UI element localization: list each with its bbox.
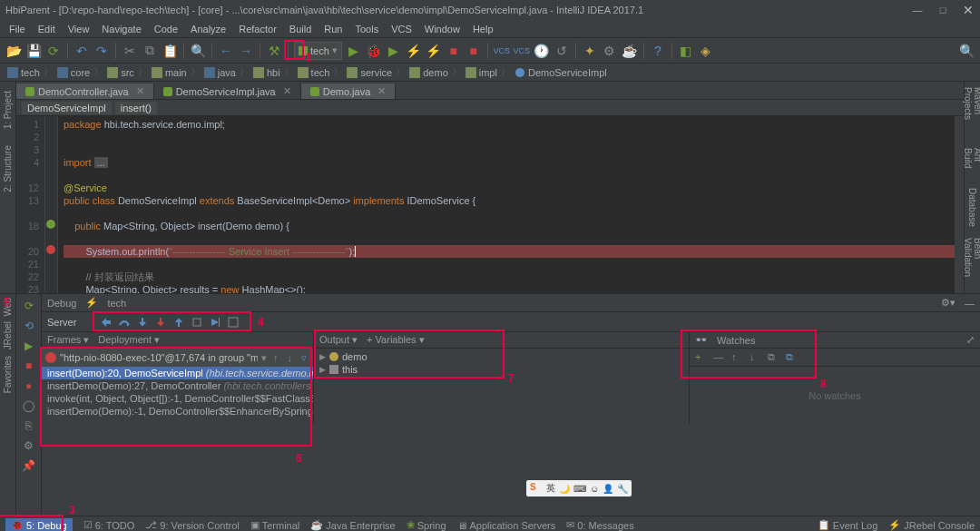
menu-tools[interactable]: Tools bbox=[349, 23, 384, 35]
settings-icon[interactable]: ⚙ bbox=[21, 438, 37, 454]
tab-democontroller[interactable]: DemoController.java✕ bbox=[16, 84, 154, 99]
cut-icon[interactable]: ✂ bbox=[122, 43, 138, 59]
drop-frame-icon[interactable] bbox=[189, 314, 205, 330]
tab-demo[interactable]: Demo.java✕ bbox=[301, 84, 397, 99]
bt-spring[interactable]: ❀Spring bbox=[407, 519, 446, 531]
bc-method[interactable]: insert() bbox=[115, 102, 157, 114]
gutter-markers[interactable] bbox=[45, 116, 58, 293]
crumb-java[interactable]: java bbox=[202, 67, 238, 78]
evaluate-icon[interactable] bbox=[225, 314, 241, 330]
line-gutter[interactable]: 1234 121318 2021222324 252627 bbox=[16, 116, 45, 293]
menu-run[interactable]: Run bbox=[318, 23, 348, 35]
step-over-icon[interactable] bbox=[116, 314, 132, 330]
up-icon[interactable]: ↑ bbox=[731, 351, 744, 364]
ime-moon-icon[interactable]: 🌙 bbox=[559, 484, 570, 494]
menu-file[interactable]: File bbox=[4, 23, 31, 35]
undo-icon[interactable]: ↶ bbox=[74, 43, 90, 59]
show-exec-icon[interactable] bbox=[98, 314, 114, 330]
sdk-icon[interactable]: ☕ bbox=[622, 43, 638, 59]
menu-help[interactable]: Help bbox=[467, 23, 499, 35]
bt-debug[interactable]: 🐞5: Debug bbox=[5, 518, 73, 531]
restore-icon[interactable]: ⤢ bbox=[966, 334, 975, 346]
settings-icon[interactable]: ⚙ bbox=[602, 43, 618, 59]
crumb-service[interactable]: service bbox=[345, 67, 394, 78]
pin-icon[interactable]: 📌 bbox=[21, 457, 37, 474]
output-tab[interactable]: Output ▾ bbox=[319, 334, 358, 346]
variables-list[interactable]: ▶demo ▶this bbox=[314, 349, 689, 424]
redo-icon[interactable]: ↷ bbox=[93, 43, 110, 59]
gear-icon[interactable]: ⚙▾ bbox=[941, 297, 956, 309]
tool-favorites[interactable]: Favorites bbox=[3, 356, 13, 393]
structure-icon[interactable]: ✦ bbox=[582, 43, 598, 59]
ime-bar[interactable]: S 英 🌙 ⌨ ☺ 👤 🔧 bbox=[526, 480, 632, 497]
server-tab[interactable]: Server bbox=[47, 317, 85, 328]
crumb-core[interactable]: core bbox=[55, 67, 92, 78]
stop2-icon[interactable]: ■ bbox=[466, 43, 482, 59]
tool-database[interactable]: Database bbox=[965, 182, 979, 232]
ext1-icon[interactable]: ◧ bbox=[678, 43, 694, 59]
vcs-update-icon[interactable]: VCS bbox=[494, 43, 510, 59]
crumb-file[interactable]: DemoServiceImpl bbox=[513, 67, 609, 78]
menu-vcs[interactable]: VCS bbox=[386, 23, 417, 35]
tool-structure[interactable]: 2: Structure bbox=[1, 140, 15, 198]
bt-vcs[interactable]: ⎇9: Version Control bbox=[145, 519, 239, 531]
mute-icon[interactable]: ◯ bbox=[21, 398, 37, 414]
menu-code[interactable]: Code bbox=[149, 23, 183, 35]
frame-row[interactable]: insertDemo(Demo):27, DemoController (hbi… bbox=[42, 379, 313, 392]
back-icon[interactable]: ← bbox=[218, 43, 234, 59]
ime-face-icon[interactable]: ☺ bbox=[590, 484, 599, 494]
deployment-tab[interactable]: Deployment ▾ bbox=[98, 334, 160, 346]
search-everywhere-icon[interactable]: 🔍 bbox=[958, 43, 975, 59]
tab-demoserviceimpl[interactable]: DemoServiceImpl.java✕ bbox=[154, 84, 301, 99]
frame-row[interactable]: insert(Demo):20, DemoServiceImpl (hbi.te… bbox=[42, 367, 313, 379]
breakpoint-icon[interactable] bbox=[46, 245, 55, 254]
build-icon[interactable]: ⚒ bbox=[266, 43, 282, 59]
close-button[interactable]: ✕ bbox=[962, 4, 975, 16]
find-icon[interactable]: 🔍 bbox=[190, 43, 206, 59]
filter-icon[interactable]: ▿ bbox=[299, 352, 309, 364]
stop-icon[interactable]: ■ bbox=[446, 43, 462, 59]
open-icon[interactable]: 📂 bbox=[5, 43, 22, 59]
crumb-main[interactable]: main bbox=[150, 67, 189, 78]
crumb-impl[interactable]: impl bbox=[464, 67, 499, 78]
remove-watch-icon[interactable]: — bbox=[713, 351, 726, 364]
ime-tool-icon[interactable]: 🔧 bbox=[617, 484, 628, 494]
menu-navigate[interactable]: Navigate bbox=[96, 23, 146, 35]
bt-javaent[interactable]: ☕Java Enterprise bbox=[310, 519, 395, 531]
bt-appservers[interactable]: 🖥Application Servers bbox=[457, 520, 556, 531]
sync-icon[interactable]: ⟳ bbox=[45, 43, 62, 59]
run-config-select[interactable]: tech ▾ bbox=[294, 42, 342, 60]
menu-view[interactable]: View bbox=[63, 23, 95, 35]
bt-messages[interactable]: ✉0: Messages bbox=[566, 519, 633, 531]
run-to-cursor-icon[interactable] bbox=[207, 314, 223, 330]
ext2-icon[interactable]: ◈ bbox=[698, 43, 714, 59]
ime-user-icon[interactable]: 👤 bbox=[603, 484, 613, 494]
var-row[interactable]: ▶this bbox=[319, 363, 683, 376]
add-watch-icon[interactable]: + bbox=[695, 351, 708, 364]
step-into-icon[interactable] bbox=[134, 314, 151, 330]
crumb-src[interactable]: src bbox=[105, 67, 136, 78]
update-icon[interactable]: ⟲ bbox=[21, 318, 37, 334]
thread-prev-icon[interactable]: ↑ bbox=[270, 352, 281, 363]
var-row[interactable]: ▶demo bbox=[319, 350, 683, 363]
vcs-history-icon[interactable]: 🕐 bbox=[534, 43, 550, 59]
menu-window[interactable]: Window bbox=[419, 23, 466, 35]
run-icon[interactable]: ▶ bbox=[346, 43, 362, 59]
frame-row[interactable]: invoke(int, Object, Object[]):-1, DemoCo… bbox=[42, 392, 313, 405]
down-icon[interactable]: ↓ bbox=[750, 351, 762, 364]
save-icon[interactable]: 💾 bbox=[25, 43, 42, 59]
menu-edit[interactable]: Edit bbox=[33, 23, 61, 35]
variables-tab[interactable]: + Variables ▾ bbox=[367, 334, 425, 346]
crumb-tech[interactable]: tech bbox=[296, 67, 332, 78]
maximize-button[interactable]: □ bbox=[936, 4, 949, 16]
dump-icon[interactable]: ⎘ bbox=[21, 418, 37, 434]
force-step-into-icon[interactable] bbox=[152, 314, 169, 330]
frame-row[interactable]: insertDemo(Demo):-1, DemoController$$Enh… bbox=[42, 405, 313, 418]
tool-jrebel[interactable]: JRebel bbox=[3, 321, 13, 349]
tool-project[interactable]: 1: Project bbox=[1, 85, 15, 134]
menu-analyze[interactable]: Analyze bbox=[185, 23, 231, 35]
bt-terminal[interactable]: ▣Terminal bbox=[250, 519, 300, 531]
bc-class[interactable]: DemoServiceImpl bbox=[22, 102, 112, 114]
thread-select[interactable]: "http-nio-8080-exec-10"@17,674 in group … bbox=[42, 349, 313, 367]
vcs-commit-icon[interactable]: VCS bbox=[514, 43, 530, 59]
